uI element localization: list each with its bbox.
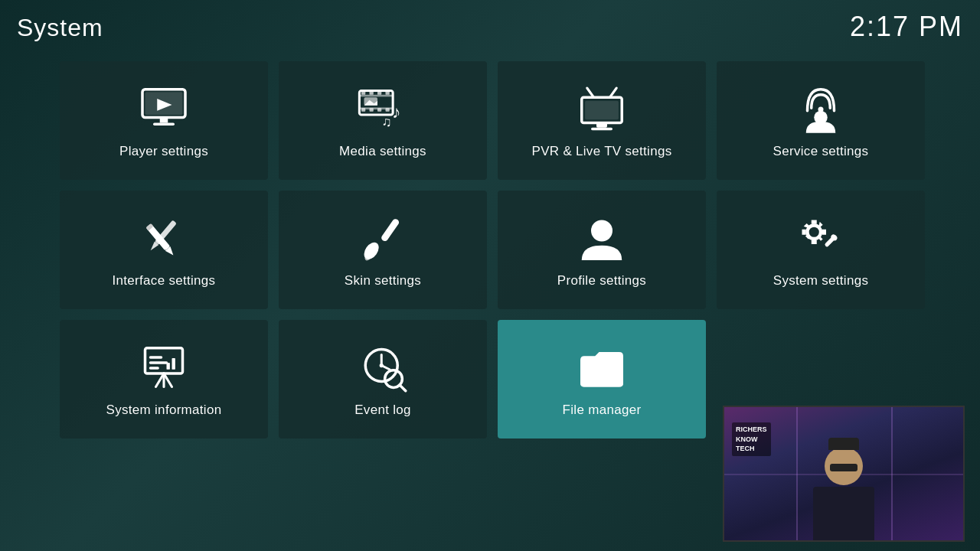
svg-rect-3 bbox=[160, 117, 168, 122]
clock-display: 2:17 PM bbox=[850, 11, 963, 43]
svg-rect-43 bbox=[149, 367, 159, 370]
service-settings-label: Service settings bbox=[773, 144, 869, 159]
skin-settings-label: Skin settings bbox=[345, 273, 421, 289]
svg-point-36 bbox=[591, 220, 612, 241]
svg-rect-12 bbox=[361, 108, 365, 111]
svg-text:♫: ♫ bbox=[381, 113, 391, 129]
tile-system-information[interactable]: System information bbox=[60, 320, 268, 439]
svg-rect-14 bbox=[377, 108, 381, 111]
svg-line-23 bbox=[610, 88, 617, 97]
eventlog-icon bbox=[356, 341, 410, 395]
svg-rect-25 bbox=[591, 127, 612, 130]
tile-interface-settings[interactable]: Interface settings bbox=[60, 191, 268, 309]
svg-rect-40 bbox=[145, 347, 183, 373]
svg-rect-21 bbox=[585, 100, 619, 119]
svg-line-22 bbox=[587, 88, 594, 97]
file-manager-label: File manager bbox=[563, 403, 642, 418]
service-icon bbox=[794, 83, 848, 136]
svg-rect-44 bbox=[167, 363, 170, 370]
svg-point-34 bbox=[361, 240, 382, 262]
svg-rect-33 bbox=[381, 217, 400, 242]
svg-rect-24 bbox=[596, 122, 607, 127]
svg-point-54 bbox=[380, 363, 384, 367]
webcam-person bbox=[813, 447, 874, 540]
system-settings-icon bbox=[794, 212, 848, 266]
svg-rect-9 bbox=[370, 91, 374, 94]
filemanager-icon bbox=[575, 341, 629, 395]
svg-rect-42 bbox=[149, 361, 168, 364]
tile-player-settings[interactable]: Player settings bbox=[60, 61, 268, 180]
tile-pvr-settings[interactable]: PVR & Live TV settings bbox=[498, 61, 706, 180]
profile-settings-label: Profile settings bbox=[557, 273, 646, 289]
tile-file-manager[interactable]: File manager bbox=[498, 320, 706, 439]
svg-rect-13 bbox=[370, 108, 374, 111]
event-log-label: Event log bbox=[354, 403, 411, 418]
interface-settings-label: Interface settings bbox=[113, 273, 216, 289]
svg-rect-11 bbox=[386, 91, 390, 94]
tile-media-settings[interactable]: ♪ ♫ Media settings bbox=[279, 61, 487, 180]
webcam-banner: RICHERSKNOWTECH bbox=[732, 422, 771, 456]
tile-system-settings[interactable]: System settings bbox=[717, 191, 925, 309]
system-settings-label: System settings bbox=[773, 273, 869, 289]
tile-event-log[interactable]: Event log bbox=[279, 320, 487, 439]
svg-rect-4 bbox=[153, 122, 175, 126]
media-icon: ♪ ♫ bbox=[356, 83, 410, 136]
settings-grid: Player settings ♪ ♫ bbox=[60, 61, 925, 439]
player-settings-label: Player settings bbox=[119, 144, 208, 159]
interface-icon bbox=[137, 212, 191, 266]
tile-skin-settings[interactable]: Skin settings bbox=[279, 191, 487, 309]
svg-rect-45 bbox=[172, 357, 175, 369]
svg-rect-10 bbox=[377, 91, 381, 94]
tile-profile-settings[interactable]: Profile settings bbox=[498, 191, 706, 309]
svg-line-46 bbox=[156, 373, 165, 387]
player-icon bbox=[137, 83, 191, 136]
sysinfo-icon bbox=[137, 341, 191, 395]
pvr-settings-label: PVR & Live TV settings bbox=[532, 144, 672, 159]
svg-line-47 bbox=[164, 373, 172, 387]
svg-rect-15 bbox=[386, 108, 390, 111]
svg-rect-8 bbox=[361, 91, 365, 94]
tile-service-settings[interactable]: Service settings bbox=[717, 61, 925, 180]
svg-text:♪: ♪ bbox=[392, 101, 400, 121]
profile-icon bbox=[575, 212, 629, 266]
page-title: System bbox=[17, 14, 103, 42]
svg-line-53 bbox=[400, 384, 406, 390]
svg-rect-6 bbox=[359, 94, 393, 96]
webcam-overlay: RICHERSKNOWTECH bbox=[723, 406, 965, 542]
pvr-icon bbox=[575, 83, 629, 136]
system-information-label: System information bbox=[106, 403, 222, 418]
media-settings-label: Media settings bbox=[339, 144, 426, 159]
svg-rect-41 bbox=[149, 356, 163, 359]
svg-point-27 bbox=[818, 106, 824, 112]
skin-icon bbox=[356, 212, 410, 266]
